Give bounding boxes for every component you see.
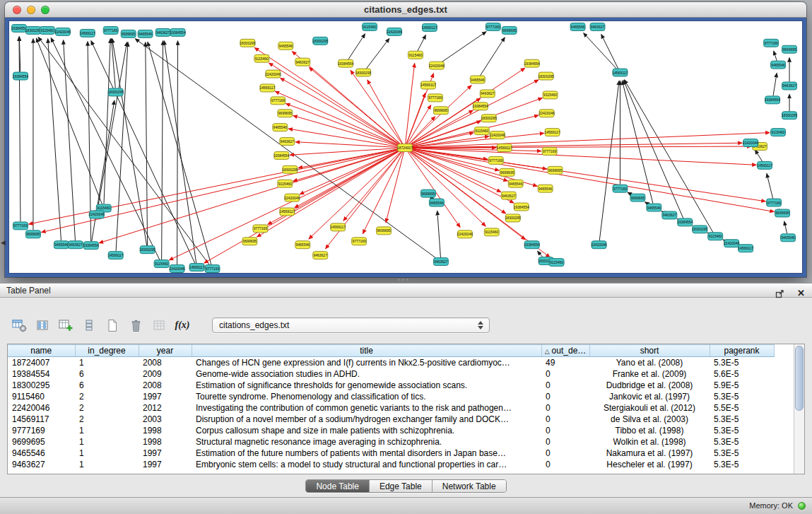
- graph-edge[interactable]: [624, 80, 713, 233]
- graph-edge[interactable]: [366, 38, 389, 69]
- graph-node[interactable]: 9115460: [40, 26, 54, 34]
- graph-node[interactable]: 9777169: [271, 97, 286, 105]
- graph-node[interactable]: 18300295: [312, 37, 328, 45]
- graph-node[interactable]: 9115460: [474, 127, 489, 135]
- graph-node[interactable]: 14569117: [422, 23, 437, 31]
- window-titlebar[interactable]: citations_edges.txt: [5, 2, 806, 18]
- graph-node[interactable]: 9465546: [538, 185, 553, 192]
- graph-edge[interactable]: [42, 148, 401, 232]
- graph-node[interactable]: 19384554: [765, 96, 780, 104]
- graph-node[interactable]: 14569117: [757, 161, 772, 169]
- graph-node[interactable]: 9463627: [590, 23, 605, 30]
- graph-node[interactable]: 14569117: [259, 84, 275, 92]
- table-mode-button[interactable]: [10, 317, 28, 334]
- graph-edge[interactable]: [773, 73, 777, 95]
- graph-edge[interactable]: [767, 173, 773, 198]
- column-header-name[interactable]: name: [8, 345, 75, 357]
- graph-node[interactable]: 9777169: [352, 238, 367, 245]
- graph-node[interactable]: 9465546: [508, 180, 523, 187]
- graph-edge[interactable]: [269, 63, 401, 146]
- graph-node[interactable]: 18300295: [355, 69, 371, 76]
- graph-node[interactable]: 22420046: [457, 230, 473, 238]
- close-window-button[interactable]: [13, 6, 21, 14]
- function-builder-button[interactable]: f(x): [173, 317, 192, 334]
- graph-node[interactable]: 14569117: [545, 129, 560, 136]
- graph-node[interactable]: 9465546: [138, 30, 153, 37]
- graph-node[interactable]: 14569117: [738, 245, 753, 252]
- graph-node[interactable]: 22420046: [539, 110, 555, 117]
- graph-node[interactable]: 18300295: [782, 112, 797, 119]
- graph-edge[interactable]: [162, 41, 163, 259]
- column-header-pagerank[interactable]: pagerank: [710, 345, 774, 357]
- graph-node[interactable]: 19384554: [273, 151, 289, 159]
- graph-node[interactable]: 19384554: [83, 242, 99, 250]
- graph-node[interactable]: 9463627: [68, 241, 83, 249]
- graph-node[interactable]: 19384554: [473, 103, 488, 110]
- graph-node[interactable]: 14569117: [189, 264, 205, 271]
- graph-node[interactable]: 9465546: [273, 124, 288, 132]
- graph-node[interactable]: 9463627: [480, 90, 495, 98]
- graph-node[interactable]: 18300295: [505, 214, 521, 222]
- graph-edge[interactable]: [351, 70, 403, 144]
- graph-node[interactable]: 14569117: [497, 144, 512, 152]
- graph-node[interactable]: 14569117: [279, 208, 295, 216]
- graph-node[interactable]: 9777169: [205, 265, 220, 273]
- close-panel-button[interactable]: ✕: [797, 288, 805, 299]
- graph-node[interactable]: 9463627: [662, 211, 677, 219]
- graph-node[interactable]: 9463627: [433, 258, 448, 266]
- graph-edge[interactable]: [774, 51, 777, 61]
- graph-node[interactable]: 9115460: [549, 259, 564, 267]
- graph-node[interactable]: 9777169: [13, 222, 28, 230]
- graph-node[interactable]: 22420046: [89, 211, 105, 218]
- graph-edge[interactable]: [281, 78, 401, 146]
- graph-edge[interactable]: [408, 68, 525, 145]
- graph-node[interactable]: 19384554: [170, 28, 185, 36]
- graph-node[interactable]: 9699695: [775, 209, 790, 217]
- graph-edge[interactable]: [408, 110, 473, 146]
- graph-node[interactable]: 9777169: [428, 94, 442, 102]
- float-panel-button[interactable]: [770, 285, 789, 302]
- graph-edge[interactable]: [406, 64, 415, 144]
- graph-node[interactable]: 9463627: [295, 58, 310, 66]
- graph-node[interactable]: 19384554: [524, 241, 540, 249]
- tab-network-table[interactable]: Network Table: [433, 480, 506, 492]
- graph-node[interactable]: 14569117: [80, 29, 95, 37]
- graph-edge[interactable]: [104, 39, 110, 204]
- graph-node[interactable]: 9115460: [543, 91, 558, 99]
- graph-node[interactable]: 14569117: [420, 81, 436, 89]
- graph-node[interactable]: 9465546: [54, 241, 69, 249]
- graph-node[interactable]: 19384554: [338, 59, 353, 67]
- graph-node[interactable]: 22420046: [490, 132, 505, 139]
- graph-node[interactable]: 9699695: [782, 45, 797, 53]
- graph-edge[interactable]: [601, 35, 618, 69]
- show-columns-button[interactable]: [33, 317, 52, 334]
- graph-node[interactable]: 9115460: [708, 233, 723, 240]
- graph-node[interactable]: 9463627: [501, 192, 516, 199]
- graph-edge[interactable]: [92, 100, 114, 241]
- graph-node[interactable]: 9699695: [630, 194, 645, 201]
- graph-node[interactable]: 22420046: [387, 28, 402, 35]
- graph-node[interactable]: 9777169: [613, 185, 628, 192]
- graph-node[interactable]: 9115460: [363, 23, 377, 30]
- graph-node[interactable]: 14569117: [108, 252, 124, 259]
- column-header-out_degree[interactable]: △out_de…: [541, 345, 589, 357]
- table-row[interactable]: 2242004622012Investigating the contribut…: [8, 402, 774, 414]
- graph-node[interactable]: 22420046: [591, 241, 606, 249]
- graph-node[interactable]: 9115460: [278, 180, 293, 187]
- graph-node[interactable]: 18300295: [282, 165, 298, 173]
- graph-node[interactable]: 9699695: [377, 227, 392, 235]
- graph-node[interactable]: 18300295: [25, 26, 41, 34]
- graph-node[interactable]: 9699695: [25, 230, 40, 238]
- table-selector[interactable]: citations_edges.txt: [212, 317, 490, 333]
- graph-edge[interactable]: [437, 211, 441, 257]
- graph-node[interactable]: 9777169: [767, 199, 782, 206]
- table-row[interactable]: 1830029562008Estimation of significance …: [8, 380, 774, 391]
- graph-node[interactable]: 19384554: [524, 59, 540, 67]
- graph-node[interactable]: 9699695: [278, 110, 293, 117]
- graph-node[interactable]: 18724007: [397, 144, 413, 152]
- tab-node-table[interactable]: Node Table: [306, 480, 370, 492]
- graph-node[interactable]: 22420046: [724, 240, 739, 247]
- graph-edge[interactable]: [408, 151, 486, 226]
- graph-edge[interactable]: [480, 37, 505, 76]
- graph-edge[interactable]: [599, 81, 619, 240]
